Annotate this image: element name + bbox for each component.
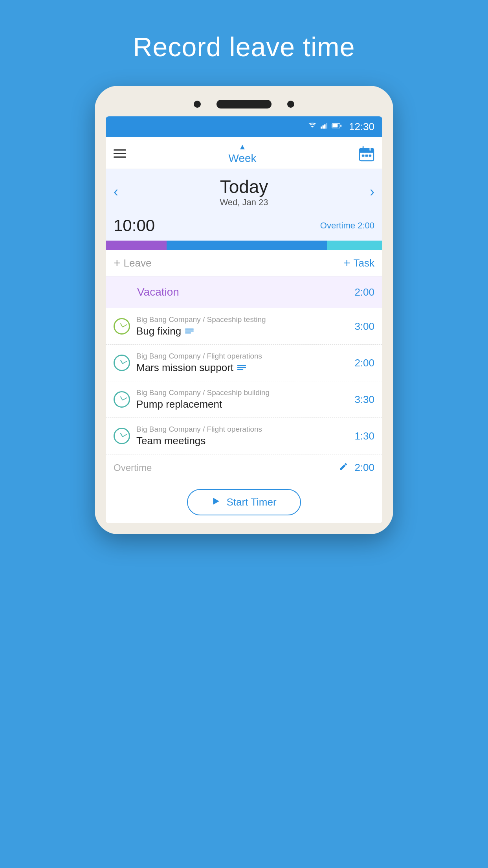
status-bar: 12:30: [106, 116, 382, 137]
vacation-entry-name: Vacation: [137, 286, 179, 298]
hamburger-menu-button[interactable]: [114, 149, 126, 158]
phone-frame: 12:30 ▲ Week: [95, 86, 393, 534]
meetings-entry-content: Big Bang Company / Flight operations Tea…: [136, 425, 348, 447]
list-item[interactable]: 🌴 Vacation 2:00: [106, 276, 382, 308]
list-item[interactable]: Big Bang Company / Flight operations Tea…: [106, 418, 382, 454]
vacation-entry-content: Vacation: [137, 286, 348, 298]
svg-rect-4: [326, 123, 327, 129]
bar-overtime-segment: [327, 241, 382, 250]
phone-speaker: [216, 100, 272, 108]
wifi-icon: [308, 123, 317, 131]
week-tab[interactable]: ▲ Week: [228, 142, 256, 165]
today-label: Today: [220, 176, 268, 197]
hamburger-line-2: [114, 153, 126, 154]
add-leave-button[interactable]: + Leave: [114, 256, 151, 270]
play-icon: [211, 497, 220, 508]
bug-fixing-time: 3:00: [354, 320, 374, 333]
overtime-label: Overtime 2:00: [320, 221, 374, 231]
prev-date-button[interactable]: ‹: [114, 184, 118, 200]
date-center: Today Wed, Jan 23: [220, 176, 268, 208]
week-tab-label: Week: [228, 152, 256, 165]
svg-rect-7: [332, 124, 338, 127]
svg-marker-0: [311, 126, 314, 128]
phone-top-bar: [106, 97, 382, 112]
mars-time: 2:00: [354, 357, 374, 369]
phone-dot-right: [287, 101, 294, 108]
signal-icon: [321, 123, 328, 131]
pump-client: Big Bang Company / Spaceship building: [136, 388, 348, 397]
chevron-up-icon: ▲: [238, 142, 246, 151]
plus-task-icon: +: [343, 256, 350, 270]
mars-entry-content: Big Bang Company / Flight operations Mar…: [136, 352, 348, 374]
phone-screen: 12:30 ▲ Week: [106, 116, 382, 523]
status-icons: [308, 123, 342, 131]
battery-icon: [332, 123, 342, 131]
pump-name: Pump replacement: [136, 398, 348, 410]
svg-rect-12: [362, 154, 365, 157]
svg-rect-3: [324, 124, 326, 129]
bar-vacation-segment: [106, 241, 167, 250]
palm-tree-icon: 🌴: [114, 283, 131, 301]
start-timer-container: Start Timer: [106, 481, 382, 523]
next-date-button[interactable]: ›: [370, 184, 374, 200]
bug-fixing-client: Big Bang Company / Spaceship testing: [136, 315, 348, 324]
date-navigation: ‹ Today Wed, Jan 23 ›: [106, 169, 382, 213]
svg-rect-14: [369, 154, 372, 157]
clock-icon: [114, 355, 130, 371]
pump-time: 3:30: [354, 394, 374, 406]
clock-icon: [114, 318, 130, 335]
phone-dot-left: [194, 101, 201, 108]
edit-overtime-button[interactable]: [339, 462, 348, 474]
svg-rect-6: [340, 125, 341, 127]
entries-list: 🌴 Vacation 2:00 Big Bang Company / Space…: [106, 276, 382, 454]
svg-text:🌴: 🌴: [116, 286, 128, 299]
add-task-button[interactable]: + Task: [343, 256, 374, 270]
calendar-icon[interactable]: [359, 146, 374, 162]
progress-bar: [106, 241, 382, 250]
time-summary: 10:00 Overtime 2:00: [106, 213, 382, 241]
start-timer-label: Start Timer: [226, 496, 276, 508]
mars-name: Mars mission support: [136, 362, 348, 374]
start-timer-button[interactable]: Start Timer: [187, 489, 301, 515]
mars-client: Big Bang Company / Flight operations: [136, 352, 348, 360]
date-subtitle: Wed, Jan 23: [220, 197, 268, 208]
app-header: ▲ Week: [106, 137, 382, 169]
page-title-heading: Record leave time: [133, 31, 355, 62]
meetings-client: Big Bang Company / Flight operations: [136, 425, 348, 434]
total-time-display: 10:00: [114, 216, 155, 235]
svg-marker-22: [213, 498, 219, 505]
status-time: 12:30: [349, 121, 374, 133]
hamburger-line-1: [114, 149, 126, 151]
bar-work-segment: [167, 241, 327, 250]
hamburger-line-3: [114, 156, 126, 158]
overtime-row: Overtime 2:00: [106, 454, 382, 481]
svg-rect-1: [321, 127, 322, 129]
action-buttons: + Leave + Task: [106, 250, 382, 276]
bug-fixing-entry-content: Big Bang Company / Spaceship testing Bug…: [136, 315, 348, 337]
meetings-time: 1:30: [354, 430, 374, 442]
bug-fixing-name: Bug fixing: [136, 325, 348, 337]
clock-icon: [114, 391, 130, 408]
overtime-row-label: Overtime: [114, 462, 339, 473]
list-item[interactable]: Big Bang Company / Spaceship testing Bug…: [106, 308, 382, 345]
overtime-time-display: 2:00: [354, 462, 374, 474]
svg-rect-9: [360, 148, 374, 153]
list-item[interactable]: Big Bang Company / Spaceship building Pu…: [106, 381, 382, 418]
list-item[interactable]: Big Bang Company / Flight operations Mar…: [106, 345, 382, 381]
plus-leave-icon: +: [114, 256, 121, 270]
meetings-name: Team meetings: [136, 435, 348, 447]
clock-icon: [114, 428, 130, 444]
pump-entry-content: Big Bang Company / Spaceship building Pu…: [136, 388, 348, 410]
note-icon: [237, 362, 246, 374]
task-button-label: Task: [354, 257, 374, 269]
note-icon: [185, 325, 194, 337]
leave-button-label: Leave: [124, 257, 152, 269]
svg-rect-2: [322, 125, 324, 129]
svg-rect-13: [365, 154, 368, 157]
vacation-entry-time: 2:00: [354, 286, 374, 298]
